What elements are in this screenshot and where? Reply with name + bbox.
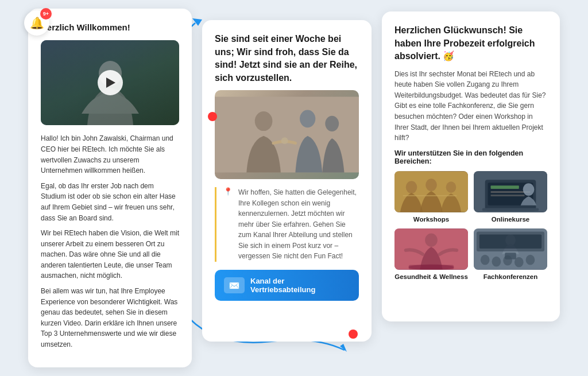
card3-section-title: Wir unterstützen Sie in den folgenden Be…: [394, 149, 547, 165]
quote-text: Wir hoffen, Sie hatten die Gelegenheit, …: [238, 187, 359, 262]
svg-point-9: [406, 181, 417, 193]
channel-icon: ✉️: [224, 277, 245, 293]
card1-para-1: Hallo! Ich bin John Zawalski, Chairman u…: [41, 133, 179, 176]
card1-para-4: Bei allem was wir tun, hat Ihre Employee…: [41, 286, 179, 350]
svg-point-30: [526, 255, 535, 265]
fachkonferenzen-label: Fachkonferenzen: [483, 273, 538, 280]
svg-point-6: [281, 137, 288, 144]
svg-point-27: [492, 256, 501, 266]
bell-icon[interactable]: 🔔 9+: [24, 10, 49, 36]
workshops-image: [394, 171, 468, 212]
svg-point-20: [523, 183, 535, 196]
red-dot-1: [208, 112, 217, 121]
svg-rect-34: [479, 234, 541, 249]
svg-rect-19: [491, 195, 525, 196]
quote-block: 📍 Wir hoffen, Sie hatten die Gelegenheit…: [215, 187, 359, 262]
card-introduction: Sie sind seit einer Woche bei uns; Wir s…: [202, 20, 372, 342]
svg-rect-32: [505, 253, 516, 259]
card3-body: Dies ist Ihr sechster Monat bei REtech u…: [394, 69, 547, 144]
card1-title: Herzlich Willkommen!: [41, 21, 179, 33]
grid-item-workshops[interactable]: Workshops: [394, 171, 468, 223]
svg-rect-17: [491, 185, 519, 189]
card3-title: Herzlichen Glückwunsch! Sie haben Ihre P…: [394, 24, 547, 63]
svg-point-4: [255, 111, 273, 131]
svg-point-22: [425, 233, 438, 247]
learning-grid: Workshops: [394, 171, 547, 280]
svg-rect-24: [409, 265, 454, 269]
channel-button[interactable]: ✉️ Kanal der Vertriebsabteilung: [215, 270, 359, 301]
notification-bell[interactable]: 🔔 9+: [24, 10, 49, 36]
play-triangle: [106, 77, 115, 88]
quote-content: 📍 Wir hoffen, Sie hatten die Gelegenheit…: [223, 187, 359, 262]
svg-point-11: [446, 181, 457, 193]
gesundheit-image: [394, 228, 468, 270]
svg-rect-16: [482, 208, 539, 211]
card-probation: Herzlichen Glückwunsch! Sie haben Ihre P…: [382, 11, 560, 321]
svg-point-7: [325, 116, 339, 131]
svg-point-10: [425, 179, 437, 191]
grid-item-fachkonferenzen[interactable]: Fachkonferenzen: [474, 228, 547, 280]
grid-item-onlinekurse[interactable]: Onlinekurse: [474, 171, 547, 223]
red-dot-2: [349, 330, 358, 339]
onlinekurse-label: Onlinekurse: [492, 216, 529, 223]
fachkonferenzen-image: [474, 228, 547, 270]
card2-title: Sie sind seit einer Woche bei uns; Wir s…: [215, 33, 359, 84]
workshops-label: Workshops: [413, 216, 449, 223]
pin-icon: 📍: [223, 187, 233, 262]
svg-point-5: [300, 110, 315, 127]
handshake-image: [215, 90, 359, 179]
card1-para-2: Egal, ob das Ihr erster Job nach dem Stu…: [41, 181, 179, 223]
onlinekurse-image: [474, 171, 547, 212]
svg-rect-12: [403, 195, 457, 196]
card1-para-3: Wir bei REtech haben die Vision, die Wel…: [41, 228, 179, 281]
grid-item-gesundheit[interactable]: Gesundheit & Wellness: [394, 228, 468, 280]
channel-label: Kanal der Vertriebsabteilung: [250, 277, 350, 294]
gesundheit-label: Gesundheit & Wellness: [394, 273, 468, 280]
notification-badge: 9+: [40, 8, 52, 20]
cards-container: Herzlich Willkommen! Hallo! Ich bin John…: [11, 0, 577, 376]
card-welcome: Herzlich Willkommen! Hallo! Ich bin John…: [28, 9, 192, 367]
video-thumbnail[interactable]: [41, 40, 179, 125]
play-button[interactable]: [98, 70, 123, 95]
svg-point-26: [481, 255, 490, 265]
